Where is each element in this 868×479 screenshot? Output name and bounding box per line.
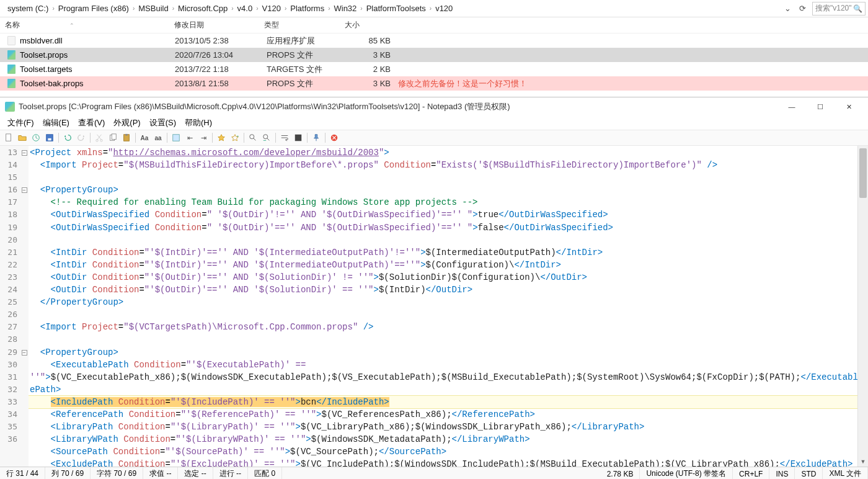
menu-item[interactable]: 查看(V) bbox=[74, 117, 108, 129]
highlight-icon[interactable] bbox=[170, 132, 182, 144]
code-line[interactable]: <LibraryPath Condition="'$(LibraryPath)'… bbox=[29, 421, 857, 433]
code-line[interactable]: <Import Project="$(VCTargetsPath)\Micros… bbox=[29, 321, 857, 333]
code-line[interactable]: <ExcludePath Condition="'$(ExcludePath)'… bbox=[29, 458, 857, 467]
code-line[interactable] bbox=[29, 234, 857, 246]
code-line[interactable]: <PropertyGroup> bbox=[29, 184, 857, 196]
clear-icon[interactable] bbox=[328, 132, 340, 144]
breadcrumb-segment[interactable]: Win32 bbox=[331, 2, 359, 14]
code-editor[interactable]: <Project xmlns="http://schemas.microsoft… bbox=[29, 146, 857, 467]
maximize-button[interactable]: ☐ bbox=[806, 98, 835, 115]
breadcrumb-segment[interactable]: v4.0 bbox=[235, 2, 255, 14]
menu-item[interactable]: 文件(F) bbox=[4, 117, 38, 129]
redo-icon[interactable] bbox=[75, 132, 87, 144]
new-file-icon[interactable] bbox=[2, 132, 15, 144]
col-size[interactable]: 大小 bbox=[345, 20, 394, 30]
file-row[interactable]: Toolset.props2020/7/26 13:04PROPS 文件3 KB bbox=[0, 48, 868, 62]
file-row[interactable]: msbldver.dll2013/10/5 2:38应用程序扩展85 KB bbox=[0, 34, 868, 48]
status-sel[interactable]: 选定 -- bbox=[178, 467, 213, 479]
code-line[interactable]: <SourcePath Condition="'$(SourcePath)' =… bbox=[29, 445, 857, 458]
chevron-right-icon: › bbox=[51, 5, 55, 12]
col-name[interactable]: 名称⌃ bbox=[5, 20, 174, 30]
status-col[interactable]: 列 70 / 69 bbox=[45, 467, 91, 479]
file-row[interactable]: Toolset-bak.props2013/8/1 21:58PROPS 文件3… bbox=[0, 76, 868, 91]
breadcrumb-segment[interactable]: Program Files (x86) bbox=[56, 2, 131, 14]
wordwrap-icon[interactable] bbox=[278, 132, 291, 144]
code-line[interactable]: <IncludePath Condition="'$(IncludePath)'… bbox=[29, 395, 857, 409]
breadcrumb-segment[interactable]: MSBuild bbox=[136, 2, 170, 14]
minimize-button[interactable]: — bbox=[777, 98, 806, 115]
favorite-add-icon[interactable]: + bbox=[229, 132, 241, 144]
code-line[interactable]: <ExecutablePath Condition="'$(Executable… bbox=[29, 359, 857, 371]
status-line[interactable]: 行 31 / 44 bbox=[0, 467, 45, 479]
status-match[interactable]: 匹配 0 bbox=[248, 467, 282, 479]
breadcrumb-segment[interactable]: V120 bbox=[260, 2, 283, 14]
status-val[interactable]: 求值 -- bbox=[143, 467, 178, 479]
code-line[interactable]: <Project xmlns="http://schemas.microsoft… bbox=[29, 146, 857, 159]
code-line[interactable]: <ReferencePath Condition="'$(ReferencePa… bbox=[29, 408, 857, 421]
menu-item[interactable]: 帮助(H) bbox=[181, 117, 216, 129]
breadcrumb-segment[interactable]: v120 bbox=[433, 2, 455, 14]
case-upper-icon[interactable]: Aa bbox=[138, 132, 151, 144]
refresh-button[interactable]: ⟳ bbox=[795, 2, 810, 16]
breadcrumb-segment[interactable]: Platforms bbox=[288, 2, 327, 14]
code-line[interactable]: <Import Project="$(MSBuildThisFileDirect… bbox=[29, 159, 857, 171]
dropdown-button[interactable]: ⌄ bbox=[780, 2, 795, 16]
search-input[interactable]: 搜索"v120" 🔍 bbox=[812, 2, 866, 16]
breadcrumb-segment[interactable]: system (C:) bbox=[5, 2, 51, 14]
fold-gutter[interactable]: − − − bbox=[20, 146, 29, 467]
paste-icon[interactable] bbox=[120, 132, 133, 144]
code-line[interactable]: <LibraryWPath Condition="'$(LibraryWPath… bbox=[29, 433, 857, 445]
status-eol[interactable]: CR+LF bbox=[733, 467, 769, 479]
dedent-icon[interactable]: ⇤ bbox=[184, 132, 196, 144]
replace-icon[interactable] bbox=[260, 132, 273, 144]
save-icon[interactable] bbox=[43, 132, 56, 144]
code-line[interactable] bbox=[29, 308, 857, 321]
code-line[interactable]: <OutDir Condition="'$(OutDir)'=='' AND '… bbox=[29, 271, 857, 284]
status-std[interactable]: STD bbox=[795, 467, 823, 479]
code-line[interactable] bbox=[29, 171, 857, 184]
file-name: msbldver.dll bbox=[20, 36, 175, 45]
scroll-thumb[interactable] bbox=[859, 148, 867, 198]
code-line[interactable]: <IntDir Condition="'$(IntDir)'=='' AND '… bbox=[29, 259, 857, 271]
code-line[interactable]: <OutDirWasSpecified Condition=" '$(OutDi… bbox=[29, 222, 857, 234]
status-ins[interactable]: INS bbox=[769, 467, 795, 479]
status-prog[interactable]: 进行 -- bbox=[213, 467, 248, 479]
code-line[interactable]: <OutDir Condition="'$(OutDir)'=='' AND '… bbox=[29, 284, 857, 296]
code-line[interactable]: <PropertyGroup> bbox=[29, 346, 857, 359]
code-line[interactable]: <!-- Required for enabling Team Build fo… bbox=[29, 196, 857, 208]
status-encoding[interactable]: Unicode (UTF-8) 带签名 bbox=[640, 467, 733, 479]
col-date[interactable]: 修改日期 bbox=[174, 20, 264, 30]
breadcrumb-segment[interactable]: PlatformToolsets bbox=[364, 2, 428, 14]
file-row[interactable]: Toolset.targets2013/7/22 1:18TARGETS 文件2… bbox=[0, 62, 868, 76]
find-icon[interactable] bbox=[247, 132, 259, 144]
code-line[interactable]: <OutDirWasSpecified Condition=" '$(OutDi… bbox=[29, 208, 857, 221]
status-filetype[interactable]: XML 文件 bbox=[823, 467, 868, 479]
favorite-icon[interactable] bbox=[215, 132, 228, 144]
code-line[interactable]: ePath> bbox=[29, 383, 857, 396]
undo-icon[interactable] bbox=[61, 132, 74, 144]
code-line[interactable]: </PropertyGroup> bbox=[29, 296, 857, 308]
code-line[interactable]: <IntDir Condition="'$(IntDir)'=='' AND '… bbox=[29, 246, 857, 259]
cut-icon[interactable] bbox=[93, 132, 105, 144]
menu-item[interactable]: 编辑(E) bbox=[39, 117, 73, 129]
indent-icon[interactable]: ⇥ bbox=[197, 132, 210, 144]
code-line[interactable]: ''">$(VC_ExecutablePath_x86);$(WindowsSD… bbox=[29, 371, 857, 383]
close-button[interactable]: ✕ bbox=[835, 98, 863, 115]
copy-icon[interactable] bbox=[107, 132, 119, 144]
code-line[interactable] bbox=[29, 333, 857, 346]
status-char[interactable]: 字符 70 / 69 bbox=[91, 467, 143, 479]
pin-icon[interactable] bbox=[310, 132, 322, 144]
show-whitespace-icon[interactable] bbox=[292, 132, 304, 144]
search-icon: 🔍 bbox=[853, 4, 862, 13]
recent-icon[interactable] bbox=[30, 132, 42, 144]
status-size[interactable]: 2.78 KB bbox=[601, 467, 640, 479]
scroll-down-icon[interactable]: ▼ bbox=[858, 456, 868, 467]
menu-item[interactable]: 设置(S) bbox=[146, 117, 180, 129]
vertical-scrollbar[interactable]: ▲ ▼ bbox=[857, 146, 868, 467]
menu-item[interactable]: 外观(P) bbox=[110, 117, 144, 129]
open-file-icon[interactable] bbox=[16, 132, 29, 144]
breadcrumb-segment[interactable]: Microsoft.Cpp bbox=[175, 2, 230, 14]
case-lower-icon[interactable]: aa bbox=[152, 132, 164, 144]
col-type[interactable]: 类型 bbox=[264, 20, 345, 30]
notepad3-window: Toolset.props [C:\Program Files (x86)\MS… bbox=[0, 97, 868, 479]
